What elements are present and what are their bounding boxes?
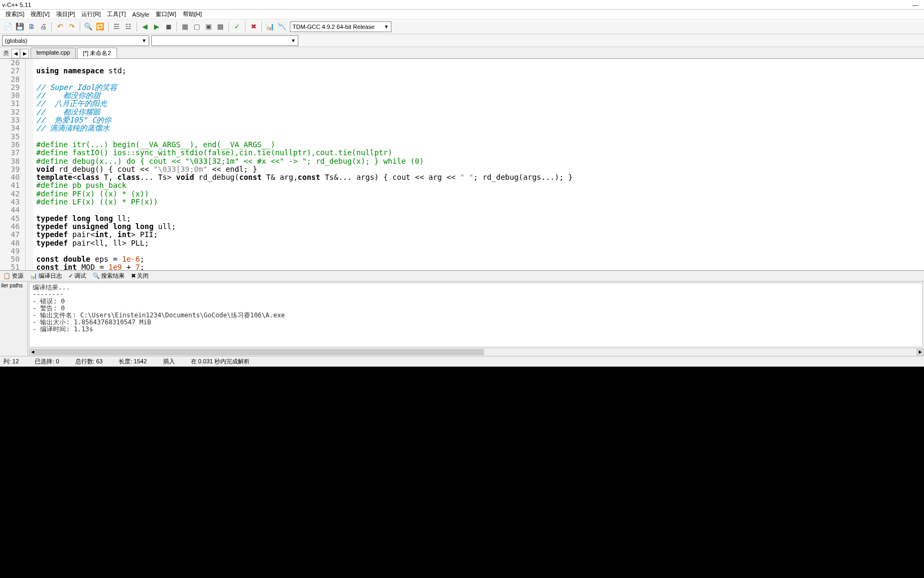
save-all-button[interactable]: 🗎 <box>26 21 37 32</box>
stop-button[interactable]: ✖ <box>248 21 259 32</box>
fold-marker <box>26 133 33 141</box>
compiler-select[interactable]: TDM-GCC 4.9.2 64-bit Release ▼ <box>290 21 391 32</box>
redo-button[interactable]: ↷ <box>66 21 77 32</box>
scroll-thumb[interactable] <box>36 349 484 355</box>
bottom-tab[interactable]: 🔍搜索结果 <box>89 271 128 281</box>
file-tab[interactable]: template.cpp <box>30 48 76 58</box>
code-line[interactable]: #define debug(x...) do { cout << "\033[3… <box>36 157 924 165</box>
code-line[interactable] <box>36 247 924 255</box>
code-line[interactable]: typedef unsigned long long ull; <box>36 223 924 231</box>
stop-nav-button[interactable]: ◼ <box>163 21 174 32</box>
menu-item[interactable]: 窗口[W] <box>152 10 180 18</box>
bottom-tab[interactable]: ✖关闭 <box>128 271 152 281</box>
run-button[interactable]: ▢ <box>191 21 202 32</box>
goto-button[interactable]: ☰ <box>111 21 122 32</box>
code-line[interactable]: using namespace std; <box>36 67 924 75</box>
code-line[interactable]: #define LF(x) ((x) * PF(x)) <box>36 198 924 206</box>
code-line[interactable]: // 热爱105° C的你 <box>36 116 924 124</box>
replace-button[interactable]: 🔁 <box>95 21 105 32</box>
fold-marker <box>26 247 33 255</box>
code-editor[interactable]: 2627282930313233343536373839404142434445… <box>0 59 924 270</box>
code-line[interactable] <box>36 59 924 67</box>
status-len: 长度: 1542 <box>119 358 147 366</box>
bookmark-button[interactable]: ☳ <box>123 21 134 32</box>
code-line[interactable]: // 八月正午的阳光 <box>36 100 924 108</box>
资源-icon: 📋 <box>3 272 11 279</box>
bottom-panel: 📋资源📊编译日志✓调试🔍搜索结果✖关闭 iler paths 编译结果...--… <box>0 270 924 356</box>
fold-marker <box>26 75 33 83</box>
save-button[interactable]: 💾 <box>14 21 25 32</box>
code-line[interactable]: void rd_debug() { cout << "\033[39;0m" <… <box>36 165 924 173</box>
file-tab[interactable]: [*] 未命名2 <box>77 48 117 58</box>
delete-profile-button[interactable]: 📉 <box>276 21 287 32</box>
member-select[interactable]: ▼ <box>151 35 298 46</box>
fold-column[interactable]: ⊟ <box>26 59 33 270</box>
menu-item[interactable]: AStyle <box>129 11 152 18</box>
code-line[interactable]: // 滴滴清纯的蒸馏水 <box>36 124 924 132</box>
code-line[interactable]: const double eps = 1e-6; <box>36 255 924 263</box>
menu-item[interactable]: 项目[P] <box>53 10 78 18</box>
fold-marker <box>26 255 33 263</box>
horizontal-scrollbar[interactable]: ◀ ▶ <box>29 348 924 356</box>
code-line[interactable] <box>36 133 924 141</box>
undo-button[interactable]: ↶ <box>55 21 65 32</box>
bottom-tab-label: 调试 <box>74 272 86 280</box>
minimize-button[interactable]: — <box>909 2 922 8</box>
prev-button[interactable]: ◀ <box>140 21 150 32</box>
menu-item[interactable]: 运行[R] <box>78 10 104 18</box>
menu-item[interactable]: 帮助[H] <box>180 10 205 18</box>
code-line[interactable]: typedef pair<ll, ll> PLL; <box>36 239 924 247</box>
tab-prev-button[interactable]: ◀ <box>11 49 20 58</box>
scope-select[interactable]: (globals) ▼ <box>2 35 149 46</box>
scroll-right-button[interactable]: ▶ <box>917 349 924 355</box>
code-line[interactable]: // 都没你耀眼 <box>36 108 924 116</box>
bottom-tab[interactable]: 📊编译日志 <box>27 271 65 281</box>
scope-label: (globals) <box>5 37 27 44</box>
print-button[interactable]: 🖨 <box>38 21 49 32</box>
code-line[interactable]: #define PF(x) ((x) * (x)) <box>36 190 924 198</box>
fold-marker <box>26 181 33 189</box>
new-file-button[interactable]: 📄 <box>3 21 13 32</box>
code-content[interactable]: using namespace std;// Super Idol的笑容// 都… <box>33 59 924 270</box>
code-line[interactable]: #define pb push_back <box>36 181 924 189</box>
code-line[interactable]: const int MOD = 1e9 + 7; <box>36 263 924 270</box>
scope-bar: (globals) ▼ ▼ <box>0 34 924 47</box>
rebuild-button[interactable]: ▩ <box>215 21 226 32</box>
fold-marker <box>26 165 33 173</box>
fold-marker <box>26 215 33 223</box>
bottom-tab-label: 编译日志 <box>38 272 62 280</box>
code-line[interactable]: // 都没你的甜 <box>36 92 924 100</box>
code-line[interactable] <box>36 75 924 83</box>
tab-next-button[interactable]: ▶ <box>20 49 29 58</box>
scroll-left-button[interactable]: ◀ <box>29 349 36 355</box>
bottom-tab-label: 搜索结果 <box>101 272 125 280</box>
profile-button[interactable]: 📊 <box>265 21 275 32</box>
main-area: 2627282930313233343536373839404142434445… <box>0 59 924 270</box>
menu-item[interactable]: 视图[V] <box>27 10 52 18</box>
code-line[interactable]: // Super Idol的笑容 <box>36 83 924 92</box>
debug-button[interactable]: ✓ <box>232 21 242 32</box>
menu-bar: 搜索[S]视图[V]项目[P]运行[R]工具[T]AStyle窗口[W]帮助[H… <box>0 10 924 19</box>
compile-run-button[interactable]: ▣ <box>203 21 214 32</box>
chevron-down-icon: ▼ <box>142 38 147 43</box>
code-line[interactable]: typedef long long ll; <box>36 215 924 223</box>
line-gutter: 2627282930313233343536373839404142434445… <box>0 59 26 270</box>
code-line[interactable]: #define itr(...) begin(__VA_ARGS__), end… <box>36 141 924 149</box>
compile-button[interactable]: ▦ <box>180 21 190 32</box>
find-button[interactable]: 🔍 <box>83 21 94 32</box>
compile-output[interactable]: 编译结果...--------- 错误: 0- 警告: 0- 输出文件名: C:… <box>29 283 923 347</box>
bottom-tab[interactable]: 📋资源 <box>0 271 27 281</box>
menu-item[interactable]: 工具[T] <box>104 10 129 18</box>
code-line[interactable]: template<class T, class... Ts> void rd_d… <box>36 173 924 181</box>
status-sel: 已选择: 0 <box>35 358 59 366</box>
code-line[interactable]: typedef pair<int, int> PII; <box>36 231 924 239</box>
bottom-tab[interactable]: ✓调试 <box>65 271 89 281</box>
bottom-tab-label: 资源 <box>12 272 24 280</box>
fold-marker <box>26 59 33 67</box>
code-line[interactable] <box>36 206 924 214</box>
compiler-paths-label: iler paths <box>1 283 23 288</box>
next-button[interactable]: ▶ <box>151 21 162 32</box>
menu-item[interactable]: 搜索[S] <box>2 10 27 18</box>
code-line[interactable]: #define fastIO() ios::sync_with_stdio(fa… <box>36 149 924 157</box>
class-view-label[interactable]: 类 <box>1 48 11 58</box>
